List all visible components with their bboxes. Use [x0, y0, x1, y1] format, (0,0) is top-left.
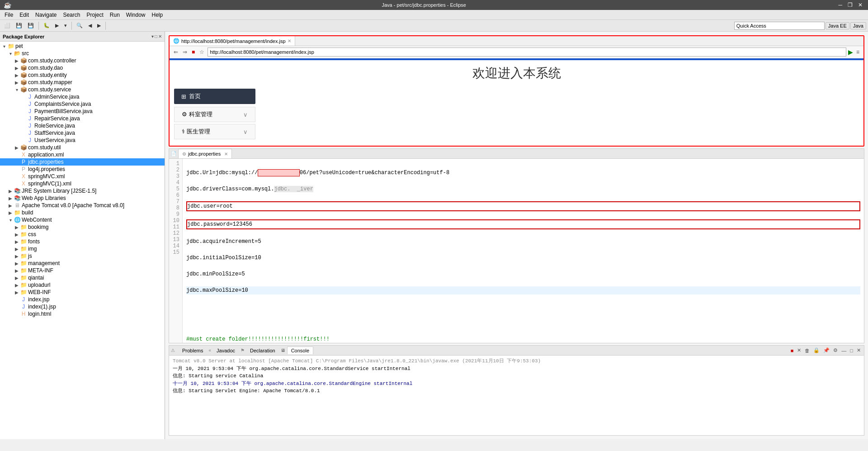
restore-button[interactable]: ❐ — [846, 2, 854, 8]
tree-toggle-pet[interactable]: ▾ — [1, 44, 7, 49]
toolbar-save[interactable]: 💾 — [14, 21, 24, 30]
browser-stop-btn[interactable]: ■ — [190, 48, 196, 56]
tree-toggle-bookimg[interactable]: ▶ — [14, 225, 20, 230]
tree-toggle-fonts[interactable]: ▶ — [14, 239, 20, 244]
tree-toggle-util[interactable]: ▶ — [14, 145, 20, 150]
menu-edit[interactable]: Edit — [17, 11, 32, 19]
editor-content[interactable]: 1 2 3 4 5 6 7 8 9 10 11 12 13 14 15 jdbc… — [169, 159, 864, 343]
java-ee-perspective-btn[interactable]: Java EE — [826, 22, 849, 29]
panel-close-btn[interactable]: ✕ — [158, 34, 162, 39]
toolbar-forward[interactable]: ▶ — [95, 21, 103, 30]
toolbar-save-all[interactable]: 💾 — [25, 21, 36, 30]
tree-toggle-build[interactable]: ▶ — [7, 210, 14, 215]
tree-item-js[interactable]: ▶ 📁 js — [0, 252, 165, 260]
tree-item-meta-inf[interactable]: ▶ 📁 META-INF — [0, 267, 165, 274]
tree-item-mapper[interactable]: ▶ 📦 com.study.mapper — [0, 79, 165, 86]
tree-item-fonts[interactable]: ▶ 📁 fonts — [0, 238, 165, 245]
tree-item-index-jsp[interactable]: J index.jsp — [0, 296, 165, 303]
console-close-btn[interactable]: ✕ — [855, 347, 862, 354]
tree-item-index1-jsp[interactable]: J index(1).jsp — [0, 303, 165, 310]
console-scroll-lock-btn[interactable]: 🔒 — [812, 347, 821, 354]
tree-item-entity[interactable]: ▶ 📦 com.study.entity — [0, 71, 165, 79]
tree-toggle-dao[interactable]: ▶ — [14, 66, 20, 71]
tree-item-complaintsservice[interactable]: J ComplaintsService.java — [0, 100, 165, 108]
tree-item-log4j[interactable]: P log4j.properties — [0, 166, 165, 173]
tree-toggle-js[interactable]: ▶ — [14, 254, 20, 259]
menu-run[interactable]: Run — [107, 11, 123, 19]
console-minimize-btn[interactable]: — — [840, 347, 848, 354]
tree-item-controller[interactable]: ▶ 📦 com.study.controller — [0, 57, 165, 64]
tree-toggle-webcontent[interactable]: ▾ — [7, 218, 14, 223]
tree-item-pet[interactable]: ▾ 📁 pet — [0, 43, 165, 50]
tree-item-src[interactable]: ▾ 📂 src — [0, 50, 165, 57]
tree-item-webapp-libs[interactable]: ▶ 📚 Web App Libraries — [0, 195, 165, 202]
web-menu-keshi[interactable]: ⚙科室管理 ∨ — [174, 107, 255, 122]
browser-go-btn[interactable]: ▶ — [848, 48, 853, 56]
menu-project[interactable]: Project — [84, 11, 106, 19]
tree-item-management[interactable]: ▶ 📁 management — [0, 260, 165, 267]
menu-window[interactable]: Window — [123, 11, 148, 19]
editor-tab-jdbc[interactable]: ⚙ jdbc.properties ✕ — [178, 149, 232, 158]
toolbar-new[interactable]: ⬜ — [2, 21, 13, 30]
tree-item-login-html[interactable]: H login.html — [0, 310, 165, 318]
browser-tab-close-btn[interactable]: ✕ — [288, 38, 291, 43]
tree-item-img[interactable]: ▶ 📁 img — [0, 245, 165, 252]
toolbar-run-drop[interactable]: ▾ — [62, 21, 69, 30]
browser-back-btn[interactable]: ⇐ — [172, 48, 179, 56]
panel-maximize-btn[interactable]: □ — [155, 34, 157, 39]
console-tab-console[interactable]: Console — [287, 347, 313, 354]
tree-toggle-management[interactable]: ▶ — [14, 261, 20, 266]
tree-item-userservice[interactable]: J UserService.java — [0, 137, 165, 144]
tree-item-service[interactable]: ▾ 📦 com.study.service — [0, 86, 165, 93]
console-clear-btn[interactable]: 🗑 — [803, 347, 811, 354]
tree-item-qiantai[interactable]: ▶ 📁 qiantai — [0, 274, 165, 281]
tree-toggle-src[interactable]: ▾ — [7, 51, 14, 56]
tree-toggle-entity[interactable]: ▶ — [14, 73, 20, 78]
tree-item-repairservice[interactable]: J RepairService.java — [0, 115, 165, 122]
tree-item-springmvc-xml[interactable]: X springMVC.xml — [0, 173, 165, 180]
tree-toggle-css[interactable]: ▶ — [14, 232, 20, 237]
menu-search[interactable]: Search — [60, 11, 83, 19]
web-menu-main[interactable]: ⊞ 首页 — [174, 89, 255, 104]
console-tab-problems[interactable]: Problems — [179, 347, 207, 354]
tree-item-dao[interactable]: ▶ 📦 com.study.dao — [0, 64, 165, 71]
tree-toggle-jre[interactable]: ▶ — [7, 189, 14, 194]
tree-toggle-qiantai[interactable]: ▶ — [14, 275, 20, 280]
panel-minimize-btn[interactable]: ▾ — [151, 34, 154, 39]
console-remove-btn[interactable]: ✕ — [796, 347, 802, 354]
tree-item-bookimg[interactable]: ▶ 📁 bookimg — [0, 223, 165, 231]
tree-item-util[interactable]: ▶ 📦 com.study.util — [0, 144, 165, 151]
tree-item-paymentbillservice[interactable]: J PaymentBillService.java — [0, 108, 165, 115]
console-terminate-btn[interactable]: ■ — [789, 347, 795, 354]
tree-toggle-uploadurl[interactable]: ▶ — [14, 283, 20, 288]
tree-item-tomcat[interactable]: ▶ 🖥 Apache Tomcat v8.0 [Apache Tomcat v8… — [0, 202, 165, 209]
tree-toggle-web-inf[interactable]: ▶ — [14, 290, 20, 295]
tree-item-roleservice[interactable]: J RoleService.java — [0, 122, 165, 129]
browser-tab[interactable]: 🌐 http://localhost:8080/pet/management/i… — [170, 36, 295, 46]
tree-item-springmvc1-xml[interactable]: X springMVC(1).xml — [0, 180, 165, 187]
toolbar-search[interactable]: 🔍 — [74, 21, 85, 30]
tree-item-jdbc-properties[interactable]: P jdbc.properties — [0, 158, 165, 166]
toolbar-run[interactable]: ▶ — [53, 21, 61, 30]
tree-item-adminservice[interactable]: J AdminService.java — [0, 93, 165, 100]
tree-toggle-tomcat[interactable]: ▶ — [7, 203, 14, 208]
minimize-button[interactable]: ─ — [836, 2, 844, 8]
toolbar-back[interactable]: ◀ — [86, 21, 94, 30]
tree-item-application-xml[interactable]: X application.xml — [0, 151, 165, 158]
browser-url-input[interactable] — [208, 47, 846, 57]
editor-tab-close[interactable]: ✕ — [224, 152, 228, 157]
quick-access-input[interactable] — [734, 22, 825, 30]
tree-toggle-webapp[interactable]: ▶ — [7, 196, 14, 201]
tree-toggle-mapper[interactable]: ▶ — [14, 80, 20, 85]
tree-item-css[interactable]: ▶ 📁 css — [0, 231, 165, 238]
close-button[interactable]: ✕ — [856, 2, 864, 8]
tree-toggle-controller[interactable]: ▶ — [14, 58, 20, 63]
console-tab-javadoc[interactable]: Javadoc — [213, 347, 239, 354]
tree-item-staffservice[interactable]: J StaffService.java — [0, 129, 165, 137]
web-menu-yisheng[interactable]: ⚕医生管理 ∨ — [174, 124, 255, 139]
menu-help[interactable]: Help — [149, 11, 166, 19]
browser-extra-btn[interactable]: ≡ — [855, 48, 861, 56]
menu-file[interactable]: File — [2, 11, 16, 19]
tree-item-web-inf[interactable]: ▶ 📁 WEB-INF — [0, 289, 165, 296]
browser-forward-btn[interactable]: ⇒ — [181, 48, 189, 56]
